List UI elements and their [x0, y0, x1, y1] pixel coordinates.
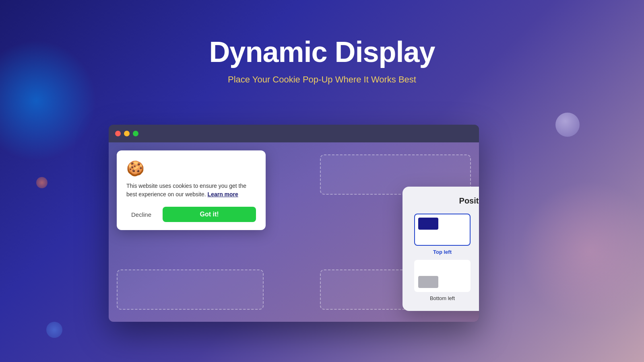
decorative-orb-left-bottom — [46, 322, 62, 338]
traffic-light-green[interactable] — [133, 131, 138, 136]
position-indicator-top-left — [418, 218, 438, 230]
position-preview-top-left — [414, 214, 471, 246]
learn-more-link[interactable]: Learn more — [208, 191, 238, 197]
cookie-buttons: Decline Got it! — [126, 207, 256, 222]
placeholder-bottom-left — [117, 269, 264, 310]
page-subtitle: Place Your Cookie Pop-Up Where It Works … — [0, 74, 644, 85]
browser-titlebar — [109, 125, 479, 142]
cookie-icon: 🍪 — [126, 160, 256, 177]
got-it-button[interactable]: Got it! — [163, 207, 256, 222]
decorative-orb-top-right — [555, 113, 580, 137]
cookie-text: This website uses cookies to ensure you … — [126, 182, 256, 199]
decorative-orb-left-mid — [36, 177, 47, 188]
position-panel: Position Top left Top right — [402, 187, 479, 311]
position-option-top-right[interactable]: Top right — [477, 214, 479, 255]
traffic-light-red[interactable] — [115, 131, 121, 136]
browser-mockup: 🍪 This website uses cookies to ensure yo… — [109, 125, 479, 322]
position-option-top-left[interactable]: Top left — [412, 214, 473, 255]
position-label-bottom-left: Bottom left — [430, 295, 455, 301]
browser-body: 🍪 This website uses cookies to ensure yo… — [109, 142, 479, 322]
page-title: Dynamic Display — [0, 36, 644, 68]
position-label-top-left: Top left — [433, 249, 452, 255]
position-option-bottom-left[interactable]: Bottom left — [412, 260, 473, 301]
position-indicator-bottom-left — [418, 276, 438, 288]
position-panel-title: Position — [412, 196, 479, 206]
position-option-bottom-right[interactable]: Bottom right — [477, 260, 479, 301]
traffic-light-yellow[interactable] — [124, 131, 130, 136]
bg-blob-right — [519, 181, 644, 322]
decline-button[interactable]: Decline — [126, 208, 156, 221]
position-preview-bottom-left — [414, 260, 471, 292]
page-header: Dynamic Display Place Your Cookie Pop-Up… — [0, 0, 644, 101]
position-grid: Top left Top right Bottom left — [412, 214, 479, 301]
cookie-popup: 🍪 This website uses cookies to ensure yo… — [117, 150, 266, 230]
